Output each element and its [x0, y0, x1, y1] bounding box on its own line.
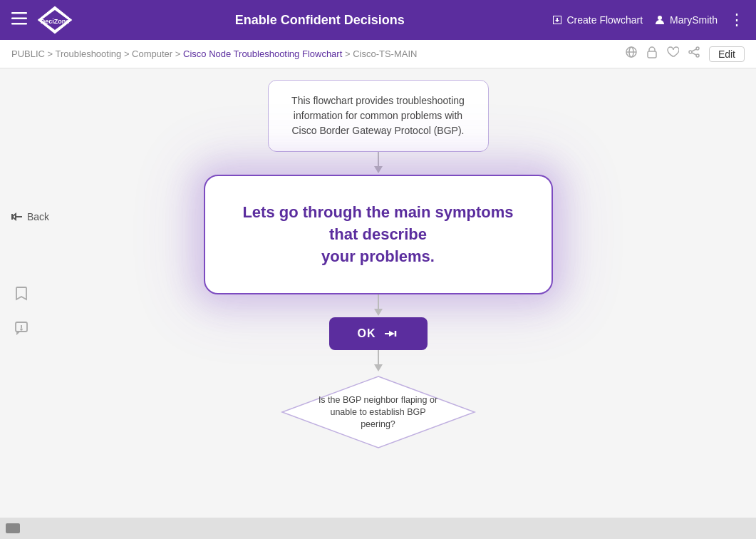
ok-label: OK: [358, 327, 376, 340]
header-actions: Create Flowchart MarySmith ⋮: [552, 11, 745, 29]
breadcrumb-actions: Edit: [625, 46, 745, 62]
svg-rect-10: [648, 51, 656, 58]
svg-text:DeciZone: DeciZone: [41, 18, 70, 25]
main-question-box: Lets go through the main symptoms that d…: [204, 175, 553, 294]
main-canvas: Back This flowchart provides troubleshoo…: [0, 68, 756, 539]
breadcrumb-path: PUBLIC > Troubleshooting > Computer >: [11, 48, 180, 59]
svg-point-12: [689, 51, 692, 53]
create-flowchart-button[interactable]: Create Flowchart: [552, 14, 643, 26]
ok-button[interactable]: OK: [329, 317, 428, 350]
svg-point-11: [696, 47, 699, 50]
svg-rect-1: [11, 17, 27, 19]
svg-point-6: [658, 16, 662, 20]
decision-diamond: Is the BGP neighbor flaping or unable to…: [279, 373, 478, 451]
connector-2: [371, 294, 385, 317]
menu-icon[interactable]: [11, 12, 27, 29]
header-title: Enable Confident Decisions: [88, 13, 552, 28]
globe-icon[interactable]: [625, 46, 638, 62]
connector-1: [371, 152, 385, 175]
breadcrumb-bar: PUBLIC > Troubleshooting > Computer > Ci…: [0, 40, 756, 68]
breadcrumb: PUBLIC > Troubleshooting > Computer > Ci…: [11, 48, 417, 59]
main-box-text: Lets go through the main symptoms that d…: [242, 203, 513, 265]
more-options-icon[interactable]: ⋮: [729, 11, 745, 29]
svg-marker-22: [374, 166, 383, 173]
lock-icon[interactable]: [646, 46, 658, 62]
favorite-icon[interactable]: [666, 46, 679, 61]
edit-button[interactable]: Edit: [709, 46, 745, 62]
status-icon: [6, 523, 20, 533]
svg-rect-2: [11, 23, 27, 25]
info-box-text: This flowchart provides troubleshooting …: [291, 95, 465, 136]
svg-line-15: [692, 49, 696, 51]
bottom-bar: [0, 518, 756, 539]
svg-marker-24: [374, 309, 383, 316]
svg-marker-29: [374, 364, 383, 371]
header: DeciZone Enable Confident Decisions Crea…: [0, 0, 756, 40]
svg-point-13: [696, 54, 699, 57]
flowchart: This flowchart provides troubleshooting …: [0, 68, 756, 539]
connector-3: [371, 350, 385, 373]
breadcrumb-suffix: > Cisco-TS-MAIN: [345, 48, 417, 59]
svg-line-14: [692, 53, 696, 55]
svg-rect-0: [11, 12, 27, 14]
user-menu-button[interactable]: MarySmith: [654, 14, 718, 26]
breadcrumb-active[interactable]: Cisco Node Troubleshooting Flowchart: [183, 48, 342, 59]
ok-play-icon: [383, 328, 399, 339]
diamond-label-text: Is the BGP neighbor flaping or unable to…: [314, 394, 442, 431]
share-icon[interactable]: [688, 46, 700, 62]
logo: DeciZone: [36, 4, 74, 36]
svg-marker-26: [389, 331, 395, 337]
info-box: This flowchart provides troubleshooting …: [268, 80, 489, 152]
